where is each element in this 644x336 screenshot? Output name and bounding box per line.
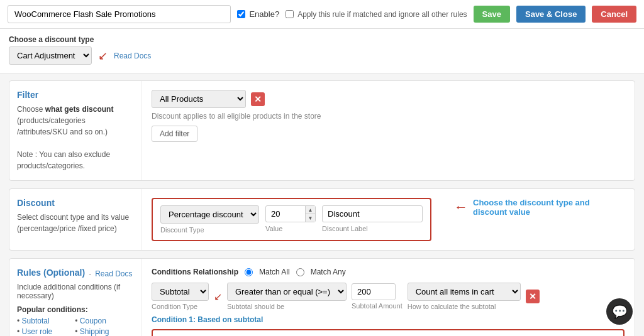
enable-checkbox[interactable] [237,10,245,18]
condition1-type-group: Subtotal Coupons User role Condition Typ… [152,283,209,310]
discount-type-select[interactable]: Cart Adjustment Simple Discount Bulk Dis… [9,46,92,65]
discount-type-row: Cart Adjustment Simple Discount Bulk Dis… [9,46,635,65]
discount-content-row: Percentage discount Fixed discount Fixed… [152,198,625,241]
apply-rule-label: Apply this rule if matched and ignore al… [297,10,467,19]
condition1-type-select[interactable]: Subtotal Coupons User role [152,283,209,301]
arrow-down-icon: ↙ [98,49,108,63]
condition1-operator-select[interactable]: Greater than or equal (>=) Less than (<)… [227,283,347,301]
condition1-calc-select[interactable]: Count all items in cart Count discounted… [408,283,521,301]
spin-up-button[interactable]: ▲ [305,206,315,214]
enable-label: Enable? [249,9,279,19]
filter-desc-bold: what gets discount [45,105,114,114]
popular-title: Popular conditions: [17,305,133,314]
list-item: User role [17,327,62,336]
rules-layout: Rules (Optional) - Read Docs Include add… [9,259,635,336]
conditions-relationship-bar: Conditions Relationship Match All Match … [152,268,625,276]
condition1-remove-button[interactable]: ✕ [526,290,540,303]
condition1-operator-label: Subtotal should be [227,303,347,310]
filter-hint: Discount applies to all eligible product… [152,112,625,121]
discount-title: Discount [17,198,133,208]
rules-title: Rules (Optional) [17,268,85,278]
filter-left: Filter Choose what gets discount (produc… [9,81,142,180]
filter-right: All Products Specific Products Product C… [142,81,635,180]
spin-buttons: ▲ ▼ [305,206,315,222]
match-any-label: Match Any [311,268,346,276]
chat-icon: 💬 [612,304,628,319]
condition-subtotal-link[interactable]: Subtotal [22,317,50,325]
discount-label-input[interactable] [322,205,423,222]
rules-read-docs-link[interactable]: Read Docs [95,269,132,278]
save-close-button[interactable]: Save & Close [516,6,586,23]
discount-arrow-area: ← Choose the discount type and discount … [454,198,625,217]
add-filter-button[interactable]: Add filter [152,126,197,142]
discount-desc: Select discount type and its value (perc… [17,212,133,234]
discount-value-field: ▲ ▼ Value [265,205,316,232]
discount-right: Percentage discount Fixed discount Fixed… [142,189,635,250]
filter-section: Filter Choose what gets discount (produc… [9,80,635,181]
discount-hint-text: Choose the discount type and discount va… [473,198,625,217]
filter-desc-line1: Choose [17,105,45,114]
save-button[interactable]: Save [474,6,510,23]
conditions-col1: Subtotal User role Days & Time Purchase … [17,317,62,336]
discount-box: Percentage discount Fixed discount Fixed… [152,198,431,241]
rules-title-row: Rules (Optional) - Read Docs [17,268,133,280]
condition-user-role-link[interactable]: User role [22,327,53,336]
filter-row: All Products Specific Products Product C… [152,90,625,108]
condition-shipping-address-link[interactable]: Shipping Address [75,327,109,336]
match-all-radio[interactable] [245,268,253,276]
coupon-box: Coupons Subtotal User role Condition Typ… [152,329,625,336]
left-arrow-icon: ← [454,199,468,215]
filter-layout: Filter Choose what gets discount (produc… [9,81,635,180]
condition1-wrap: Subtotal Coupons User role Condition Typ… [152,283,625,324]
condition-coupon-link[interactable]: Coupon [80,317,106,325]
discount-type-label: Choose a discount type [9,35,635,44]
discount-type-bar: Choose a discount type Cart Adjustment S… [0,29,644,74]
list-item: Subtotal [17,317,62,325]
main-content: Filter Choose what gets discount (produc… [0,74,644,336]
rules-dash: - [89,269,91,278]
spin-down-button[interactable]: ▼ [305,214,315,222]
list-item: Shipping Address [75,327,133,336]
enable-area: Enable? [237,9,279,19]
condition1-calc-group: Count all items in cart Count discounted… [408,283,521,310]
match-radio-group: Match All Match Any [245,268,346,276]
rules-section: Rules (Optional) - Read Docs Include add… [9,258,635,336]
rules-right: Conditions Relationship Match All Match … [142,259,635,336]
cancel-button[interactable]: Cancel [592,6,636,23]
filter-desc-line2: (products/categories /attributes/SKU and… [17,116,108,136]
filter-products-select[interactable]: All Products Specific Products Product C… [152,90,246,108]
filter-remove-button[interactable]: ✕ [251,92,265,106]
discount-type-field: Percentage discount Fixed discount Fixed… [160,205,259,234]
condition1-amount-label: Subtotal Amount [352,302,402,310]
conditions-relationship-label: Conditions Relationship [152,268,238,276]
condition2-wrap: Coupons Subtotal User role Condition Typ… [152,329,625,336]
conditions-col2: Coupon Shipping Address Category Combina… [75,317,133,336]
condition1-amount-input[interactable] [352,283,396,300]
filter-note: Note : You can also exclude products/cat… [17,150,110,170]
condition1-annotation: Condition 1: Based on subtotal [152,315,625,324]
conditions-list: Subtotal User role Days & Time Purchase … [17,317,133,336]
condition1-type-label: Condition Type [152,303,209,310]
condition1-arrow-down-icon: ↙ [214,291,222,303]
discount-type-select[interactable]: Percentage discount Fixed discount Fixed… [160,205,259,224]
discount-layout: Discount Select discount type and its va… [9,189,635,250]
discount-section: Discount Select discount type and its va… [9,188,635,251]
apply-rule-checkbox[interactable] [286,10,294,18]
match-any-radio[interactable] [296,268,304,276]
discount-label-field: Discount Label [322,205,423,232]
condition1-calc-label: How to calculate the subtotal [408,303,521,310]
read-docs-link[interactable]: Read Docs [114,51,151,60]
discount-type-field-label: Discount Type [160,226,259,234]
list-item: Coupon [75,317,133,325]
filter-title: Filter [17,90,133,100]
discount-value-label: Value [265,225,316,232]
condition1-operator-group: Greater than or equal (>=) Less than (<)… [227,283,347,310]
condition1-row: Subtotal Coupons User role Condition Typ… [152,283,625,310]
discount-label-field-label: Discount Label [322,225,423,232]
chat-bubble[interactable]: 💬 [606,298,633,325]
rule-title-input[interactable] [8,5,231,23]
discount-left: Discount Select discount type and its va… [9,189,142,250]
filter-desc: Choose what gets discount (products/cate… [17,104,133,171]
top-bar: Enable? Apply this rule if matched and i… [0,0,644,29]
rules-subtitle: Include additional conditions (if necess… [17,283,133,300]
